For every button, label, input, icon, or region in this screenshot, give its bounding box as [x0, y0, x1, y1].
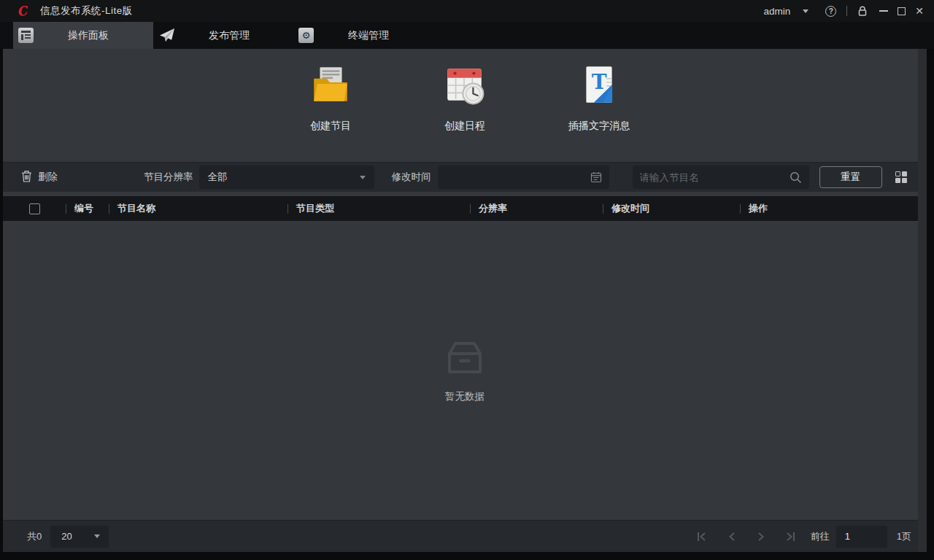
chevron-down-icon: [360, 176, 366, 179]
column-header-time[interactable]: 修改时间: [603, 196, 740, 221]
pagination-bar: 共0 20 前往 1页: [3, 520, 927, 552]
tab-label: 操作面板: [34, 29, 153, 42]
filter-bar: 删除 节目分辨率 全部 修改时间 重置: [3, 162, 927, 192]
empty-box-icon: [442, 338, 487, 378]
search-box: [633, 166, 809, 189]
modified-time-input[interactable]: [438, 166, 609, 189]
resolution-filter-label: 节目分辨率: [144, 171, 193, 184]
main-tab-bar: 操作面板 发布管理 ⚙ 终端管理: [0, 22, 934, 49]
terminal-gear-icon: ⚙: [298, 28, 314, 43]
first-page-button[interactable]: [688, 532, 717, 542]
goto-page-input[interactable]: [836, 526, 887, 548]
action-label: 创建节目: [310, 120, 351, 133]
main-panel: 创建节目 创建日程: [3, 49, 927, 552]
search-input[interactable]: [640, 172, 790, 183]
tab-publish-management[interactable]: 发布管理: [153, 22, 293, 49]
title-bar: C 信息发布系统-Lite版 admin ? ✕: [0, 0, 934, 22]
create-schedule-action[interactable]: 创建日程: [398, 63, 532, 162]
empty-state-text: 暂无数据: [445, 390, 485, 403]
user-menu-caret-icon[interactable]: [803, 9, 808, 13]
minimize-button[interactable]: [879, 10, 888, 12]
grid-view-icon[interactable]: [895, 171, 907, 183]
select-all-checkbox[interactable]: [29, 203, 40, 214]
titlebar-divider: [846, 6, 847, 16]
column-header-id[interactable]: 编号: [66, 196, 109, 221]
modified-time-filter-label: 修改时间: [392, 171, 431, 184]
resolution-select-value: 全部: [208, 171, 228, 184]
action-label: 插播文字消息: [568, 120, 630, 133]
column-header-name[interactable]: 节目名称: [109, 196, 287, 221]
delete-button[interactable]: 删除: [21, 170, 58, 184]
text-message-icon: T: [578, 63, 620, 109]
lock-icon[interactable]: [857, 6, 868, 17]
page-size-select[interactable]: 20: [50, 526, 109, 548]
tab-label: 终端管理: [314, 29, 433, 42]
last-page-button[interactable]: [776, 532, 805, 542]
maximize-button[interactable]: [898, 7, 906, 15]
svg-text:T: T: [592, 70, 607, 94]
goto-page-label: 前往: [811, 530, 830, 543]
page-size-value: 20: [61, 531, 72, 542]
quick-actions: 创建节目 创建日程: [3, 49, 927, 162]
action-label: 创建日程: [444, 120, 485, 133]
app-logo-icon: C: [14, 3, 31, 20]
app-window: C 信息发布系统-Lite版 admin ? ✕ 操作面板 发布管理: [0, 0, 934, 560]
tab-label: 发布管理: [175, 29, 293, 42]
prev-page-button[interactable]: [717, 532, 746, 542]
panel-icon: [18, 28, 34, 43]
reset-button[interactable]: 重置: [819, 166, 882, 188]
calendar-icon: [590, 171, 602, 183]
app-title: 信息发布系统-Lite版: [40, 4, 133, 18]
table-body: 暂无数据: [3, 221, 927, 520]
column-header-type[interactable]: 节目类型: [287, 196, 470, 221]
trash-icon: [21, 170, 32, 184]
column-header-resolution[interactable]: 分辨率: [470, 196, 603, 221]
table-header: 编号 节目名称 节目类型 分辨率 修改时间 操作: [3, 196, 927, 221]
empty-state: 暂无数据: [442, 338, 487, 403]
search-icon[interactable]: [790, 171, 802, 184]
close-button[interactable]: ✕: [915, 6, 924, 16]
insert-text-message-action[interactable]: T 插播文字消息: [532, 63, 666, 162]
folder-program-icon: [309, 63, 352, 109]
chevron-down-icon: [94, 534, 100, 538]
tab-terminal-management[interactable]: ⚙ 终端管理: [293, 22, 433, 49]
column-header-operation[interactable]: 操作: [740, 196, 927, 221]
calendar-clock-icon: [444, 63, 486, 109]
tab-operation-panel[interactable]: 操作面板: [13, 22, 153, 49]
page-count-label: 1页: [897, 530, 911, 543]
pagination-nav: 前往 1页: [688, 526, 927, 548]
paper-plane-icon: [158, 28, 175, 43]
user-menu-label[interactable]: admin: [763, 6, 790, 17]
create-program-action[interactable]: 创建节目: [263, 63, 398, 162]
delete-label: 删除: [38, 171, 58, 184]
next-page-button[interactable]: [746, 532, 776, 542]
resolution-select[interactable]: 全部: [199, 166, 374, 189]
scrollbar-gutter[interactable]: [918, 49, 927, 552]
help-icon[interactable]: ?: [825, 6, 836, 17]
total-count-label: 共0: [27, 530, 42, 543]
